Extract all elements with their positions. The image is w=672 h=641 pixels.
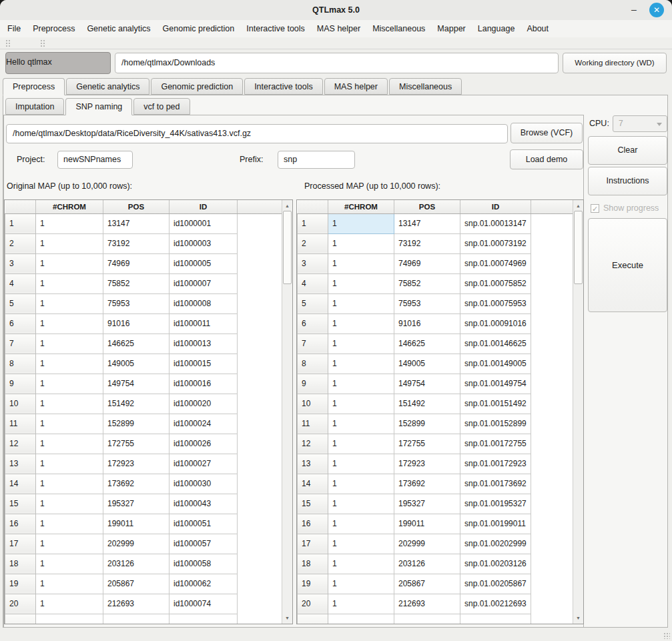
pos-cell[interactable]: 149754 — [103, 374, 170, 394]
chrom-cell[interactable]: 1 — [328, 354, 394, 374]
chrom-cell[interactable]: 1 — [36, 394, 103, 414]
pos-cell[interactable]: 173692 — [394, 474, 460, 494]
id-cell[interactable]: snp.01.00212693 — [460, 594, 531, 614]
row-number-cell[interactable]: 16 — [298, 514, 328, 534]
pos-cell[interactable]: 195327 — [103, 494, 170, 514]
pos-cell[interactable]: 199011 — [103, 514, 170, 534]
row-number-cell[interactable]: 8 — [5, 354, 36, 374]
row-number-cell[interactable]: 10 — [298, 394, 328, 414]
tab-genetic-analytics[interactable]: Genetic analytics — [66, 78, 149, 95]
row-number-cell[interactable]: 6 — [298, 313, 328, 334]
working-directory-input[interactable]: /home/qtlmax/Downloads — [115, 53, 559, 73]
chrom-cell[interactable]: 1 — [328, 494, 394, 514]
scrollbar-thumb[interactable] — [283, 211, 292, 284]
scrollbar-thumb[interactable] — [574, 211, 583, 284]
chrom-cell[interactable]: 1 — [36, 374, 103, 394]
id-cell[interactable]: id1000074 — [170, 594, 238, 614]
vertical-scrollbar[interactable]: ▲ ▼ — [282, 200, 292, 624]
column-header-pos[interactable]: POS — [103, 200, 170, 213]
menu-item-preprocess[interactable]: Preprocess — [27, 20, 81, 37]
pos-cell[interactable]: 152899 — [103, 414, 170, 434]
id-cell[interactable]: snp.01.00172755 — [460, 434, 531, 454]
id-cell[interactable]: snp.01.00149005 — [460, 354, 531, 374]
chrom-cell[interactable] — [328, 614, 394, 624]
id-cell[interactable]: id1000013 — [170, 334, 238, 354]
id-cell[interactable]: id1000043 — [170, 494, 238, 514]
hello-qtlmax-button[interactable]: Hello qtlmax — [5, 52, 111, 74]
chrom-cell[interactable]: 1 — [36, 293, 103, 313]
row-number-cell[interactable]: 20 — [298, 594, 328, 614]
menu-item-file[interactable]: File — [1, 20, 27, 37]
vcf-path-input[interactable]: /home/qtlmax/Desktop/data/RiceDiversity_… — [6, 124, 508, 143]
chrom-cell[interactable]: 1 — [328, 213, 394, 233]
pos-cell[interactable]: 73192 — [103, 233, 170, 253]
id-cell[interactable]: snp.01.00075852 — [460, 273, 531, 293]
pos-cell[interactable]: 75953 — [394, 293, 460, 313]
minimize-button[interactable]: – — [627, 0, 641, 20]
toolbar-grip-icon[interactable] — [40, 39, 45, 47]
column-header-pos[interactable]: POS — [394, 200, 460, 213]
chrom-cell[interactable]: 1 — [328, 434, 394, 454]
id-cell[interactable]: id1000057 — [170, 534, 238, 554]
subtab-snp-naming[interactable]: SNP naming — [65, 98, 132, 115]
row-number-cell[interactable]: 13 — [298, 454, 328, 474]
pos-cell[interactable]: 199011 — [394, 514, 460, 534]
id-cell[interactable]: id1000008 — [170, 293, 238, 313]
pos-cell[interactable]: 151492 — [394, 394, 460, 414]
column-header-chrom[interactable]: #CHROM — [328, 200, 394, 213]
id-cell[interactable]: snp.01.00172923 — [460, 454, 531, 474]
row-number-cell[interactable]: 12 — [5, 434, 36, 454]
row-number-cell[interactable]: 15 — [5, 494, 36, 514]
id-cell[interactable]: id1000003 — [170, 233, 238, 253]
column-header-id[interactable]: ID — [460, 200, 531, 213]
row-number-cell[interactable]: 14 — [298, 474, 328, 494]
id-cell[interactable]: id1000062 — [170, 574, 238, 594]
chrom-cell[interactable]: 1 — [36, 494, 103, 514]
id-cell[interactable]: id1000016 — [170, 374, 238, 394]
pos-cell[interactable]: 75852 — [394, 273, 460, 293]
scroll-up-icon[interactable]: ▲ — [573, 201, 583, 211]
chrom-cell[interactable]: 1 — [328, 233, 394, 253]
pos-cell[interactable]: 146625 — [394, 334, 460, 354]
row-number-cell[interactable]: 4 — [298, 273, 328, 293]
id-cell[interactable]: id1000024 — [170, 414, 238, 434]
row-number-cell[interactable]: 7 — [298, 334, 328, 354]
row-number-cell[interactable]: 19 — [5, 574, 36, 594]
id-cell[interactable]: id1000051 — [170, 514, 238, 534]
id-cell[interactable]: snp.01.00199011 — [460, 514, 531, 534]
column-header-id[interactable]: ID — [170, 200, 238, 213]
chrom-cell[interactable]: 1 — [328, 394, 394, 414]
clear-button[interactable]: Clear — [588, 136, 667, 165]
execute-button[interactable]: Execute — [588, 218, 667, 312]
chrom-cell[interactable]: 1 — [36, 454, 103, 474]
pos-cell[interactable]: 152899 — [394, 414, 460, 434]
pos-cell[interactable]: 74969 — [394, 253, 460, 273]
pos-cell[interactable]: 172755 — [103, 434, 170, 454]
resize-grip-icon[interactable] — [663, 632, 670, 639]
id-cell[interactable]: snp.01.00202999 — [460, 534, 531, 554]
chrom-cell[interactable]: 1 — [36, 414, 103, 434]
scroll-up-icon[interactable]: ▲ — [282, 201, 292, 211]
row-number-cell[interactable]: 17 — [5, 534, 36, 554]
row-number-cell[interactable]: 4 — [5, 273, 36, 293]
chrom-cell[interactable] — [36, 614, 103, 624]
id-cell[interactable]: snp.01.00149754 — [460, 374, 531, 394]
id-cell[interactable]: id1000011 — [170, 313, 238, 334]
menu-item-miscellaneous[interactable]: Miscellaneous — [366, 20, 431, 37]
row-number-cell[interactable]: 1 — [298, 213, 328, 233]
id-cell[interactable]: id1000058 — [170, 554, 238, 574]
id-cell[interactable]: id1000026 — [170, 434, 238, 454]
chrom-cell[interactable]: 1 — [36, 354, 103, 374]
id-cell[interactable]: snp.01.00205867 — [460, 574, 531, 594]
chrom-cell[interactable]: 1 — [328, 374, 394, 394]
pos-cell[interactable]: 74969 — [103, 253, 170, 273]
id-cell[interactable]: id1000001 — [170, 213, 238, 233]
chrom-cell[interactable]: 1 — [328, 534, 394, 554]
id-cell[interactable]: snp.01.00146625 — [460, 334, 531, 354]
id-cell[interactable]: id1000030 — [170, 474, 238, 494]
tab-mas-helper[interactable]: MAS helper — [324, 78, 388, 95]
id-cell[interactable]: snp.01.00151492 — [460, 394, 531, 414]
menu-item-about[interactable]: About — [521, 20, 555, 37]
id-cell[interactable]: snp.01.00073192 — [460, 233, 531, 253]
tab-miscellaneous[interactable]: Miscellaneous — [389, 78, 462, 95]
